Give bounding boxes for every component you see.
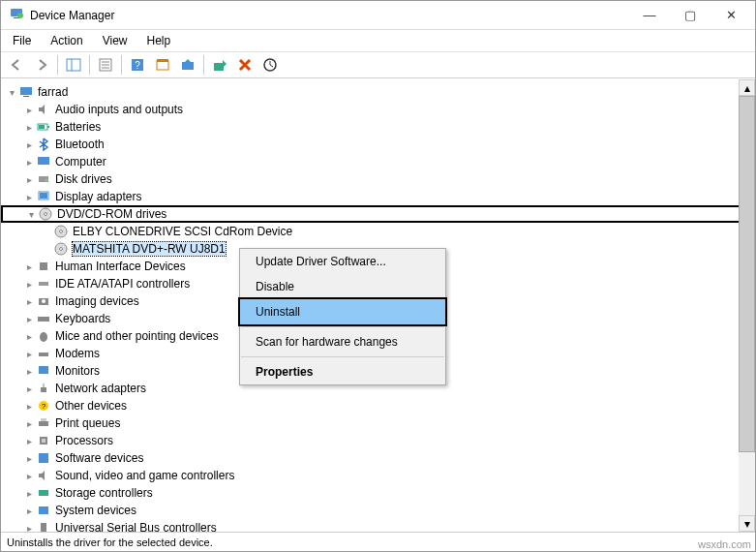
- scrollbar-track[interactable]: [739, 96, 755, 515]
- expand-icon[interactable]: ▸: [22, 364, 36, 378]
- forward-button[interactable]: [30, 53, 53, 77]
- tree-item-computer[interactable]: ▸Computer: [1, 153, 755, 170]
- expand-icon[interactable]: ▸: [22, 504, 36, 517]
- svg-point-31: [60, 248, 63, 251]
- tree-item-dvd-child1[interactable]: ELBY CLONEDRIVE SCSI CdRom Device: [1, 223, 755, 240]
- collapse-icon[interactable]: ▾: [24, 207, 38, 221]
- software-icon: [36, 450, 51, 466]
- tree-item-software[interactable]: ▸Software devices: [1, 449, 755, 467]
- enable-button[interactable]: [208, 53, 231, 77]
- properties-button[interactable]: [94, 53, 117, 77]
- expand-icon[interactable]: ▸: [22, 521, 36, 532]
- expand-icon[interactable]: ▸: [22, 120, 36, 134]
- expand-icon[interactable]: ▸: [22, 451, 36, 465]
- tree-label: MATSHITA DVD+-RW UJ8D1: [73, 242, 226, 256]
- tree-item-display[interactable]: ▸Display adapters: [1, 188, 755, 205]
- expand-icon[interactable]: ▸: [22, 155, 36, 169]
- ctx-uninstall[interactable]: Uninstall: [238, 297, 447, 326]
- update-driver-button[interactable]: [176, 53, 199, 77]
- tree-label: Storage controllers: [55, 486, 153, 500]
- collapse-icon[interactable]: ▾: [5, 85, 18, 99]
- expand-icon[interactable]: ▸: [22, 347, 36, 360]
- maximize-button[interactable]: ▢: [670, 2, 711, 29]
- svg-rect-19: [47, 126, 49, 128]
- svg-rect-3: [67, 59, 80, 71]
- show-hide-tree-button[interactable]: [62, 53, 85, 77]
- menu-help[interactable]: Help: [139, 32, 179, 49]
- expand-icon[interactable]: ▸: [22, 103, 36, 116]
- minimize-button[interactable]: —: [629, 2, 670, 29]
- tree-label: farrad: [38, 85, 68, 99]
- ctx-scan[interactable]: Scan for hardware changes: [240, 329, 445, 354]
- scroll-down-button[interactable]: ▾: [739, 515, 755, 532]
- menu-view[interactable]: View: [95, 32, 136, 49]
- close-button[interactable]: ✕: [711, 2, 751, 29]
- tree-item-other[interactable]: ▸?Other devices: [1, 397, 755, 414]
- expand-icon[interactable]: ▸: [22, 277, 36, 291]
- svg-text:?: ?: [135, 60, 140, 71]
- scroll-up-button[interactable]: ▴: [739, 79, 755, 96]
- tree-item-print[interactable]: ▸Print queues: [1, 414, 755, 432]
- svg-rect-32: [40, 262, 47, 270]
- expand-icon[interactable]: ▸: [22, 329, 36, 343]
- toolbar: ?: [1, 51, 755, 78]
- scan-hardware-button[interactable]: [258, 53, 282, 77]
- back-button[interactable]: [5, 53, 28, 77]
- expand-icon[interactable]: ▸: [22, 312, 36, 325]
- expand-icon[interactable]: ▸: [22, 138, 36, 151]
- expand-icon[interactable]: ▸: [22, 294, 36, 308]
- uninstall-button[interactable]: [233, 53, 257, 77]
- expand-icon[interactable]: ▸: [22, 260, 36, 273]
- modem-icon: [36, 346, 51, 361]
- tree-label: DVD/CD-ROM drives: [57, 207, 166, 221]
- tree-item-audio[interactable]: ▸Audio inputs and outputs: [1, 101, 755, 118]
- svg-rect-38: [39, 353, 48, 356]
- action-icon-button[interactable]: [151, 53, 174, 77]
- expand-icon[interactable]: ▸: [22, 382, 36, 395]
- tree-item-bluetooth[interactable]: ▸Bluetooth: [1, 136, 755, 153]
- tree-item-system[interactable]: ▸System devices: [1, 502, 755, 519]
- tree-item-disk[interactable]: ▸Disk drives: [1, 170, 755, 188]
- scrollbar-thumb[interactable]: [739, 96, 755, 452]
- tree-label: System devices: [55, 504, 136, 517]
- tree-root[interactable]: ▾ farrad: [1, 83, 755, 101]
- expand-icon[interactable]: ▸: [22, 172, 36, 186]
- help-button[interactable]: ?: [126, 53, 149, 77]
- menu-file[interactable]: File: [5, 32, 39, 49]
- menu-action[interactable]: Action: [43, 32, 90, 49]
- tree-label: IDE ATA/ATAPI controllers: [55, 277, 190, 291]
- expand-icon[interactable]: ▸: [22, 434, 36, 447]
- svg-rect-25: [40, 193, 47, 199]
- vertical-scrollbar[interactable]: ▴ ▾: [739, 79, 755, 532]
- tree-item-sound[interactable]: ▸Sound, video and game controllers: [1, 467, 755, 484]
- tree-item-processors[interactable]: ▸Processors: [1, 432, 755, 449]
- tree-item-dvd[interactable]: ▾DVD/CD-ROM drives: [1, 205, 755, 223]
- svg-rect-21: [38, 157, 49, 165]
- tree-item-storage[interactable]: ▸Storage controllers: [1, 484, 755, 502]
- network-icon: [36, 381, 51, 396]
- tree-item-batteries[interactable]: ▸Batteries: [1, 118, 755, 136]
- expand-icon[interactable]: ▸: [22, 486, 36, 500]
- tree-label: Audio inputs and outputs: [55, 103, 183, 116]
- expand-icon[interactable]: ▸: [22, 399, 36, 413]
- system-icon: [36, 503, 51, 518]
- ctx-disable[interactable]: Disable: [240, 274, 445, 299]
- window-title: Device Manager: [30, 9, 629, 22]
- camera-icon: [36, 293, 51, 309]
- svg-rect-36: [38, 317, 49, 322]
- tree-label: Mice and other pointing devices: [55, 329, 219, 343]
- expand-icon[interactable]: ▸: [22, 469, 36, 482]
- svg-rect-22: [39, 176, 48, 182]
- expand-icon[interactable]: ▸: [22, 190, 36, 203]
- tree-label: Modems: [55, 347, 100, 360]
- svg-rect-16: [20, 87, 32, 95]
- svg-rect-17: [23, 96, 29, 97]
- tree-label: ELBY CLONEDRIVE SCSI CdRom Device: [73, 225, 292, 238]
- ctx-properties[interactable]: Properties: [240, 359, 445, 384]
- ctx-update-driver[interactable]: Update Driver Software...: [240, 249, 445, 274]
- expand-icon[interactable]: ▸: [22, 416, 36, 430]
- context-menu: Update Driver Software... Disable Uninst…: [239, 248, 446, 385]
- printer-icon: [36, 415, 51, 431]
- svg-rect-14: [214, 63, 224, 71]
- tree-item-usb[interactable]: ▸Universal Serial Bus controllers: [1, 519, 755, 532]
